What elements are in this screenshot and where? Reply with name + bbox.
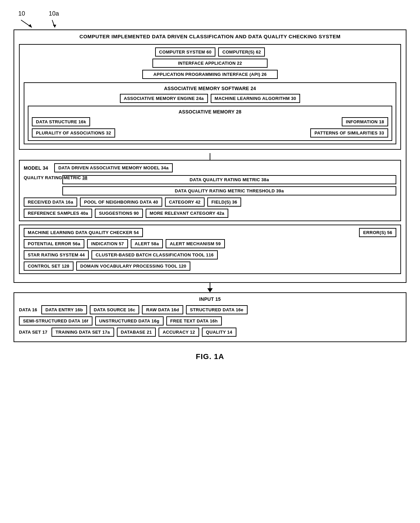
star-rating: STAR RATING SYSTEM 44 [24, 250, 89, 259]
associations-row: PLURALITY OF ASSOCIATIONS 32 PATTERNS OF… [32, 128, 388, 138]
input-box: INPUT 15 DATA 16 DATA ENTRY 16b DATA SOU… [14, 292, 406, 342]
alert-58a: ALERT 58a [131, 239, 163, 248]
model-row: MODEL 34 DATA DRIVEN ASSOCIATIVE MEMORY … [24, 163, 396, 172]
assoc-software-box: ASSOCIATIVE MEMORY SOFTWARE 24 ASSOCIATI… [24, 82, 396, 144]
reference-samples-row: REFERENCE SAMPLES 40a SUGGESTIONS 90 MOR… [24, 209, 396, 218]
received-data-row: RECEIVED DATA 16a POOL OF NEIGHBORING DA… [24, 197, 396, 207]
interface-application: INTERFACE APPLICATION 22 [152, 59, 268, 68]
assoc-memory-title: ASSOCIATIVE MEMORY 28 [32, 109, 388, 114]
arrow-10a [49, 19, 62, 29]
more-relevant-category: MORE RELEVANT CATEGORY 42a [146, 209, 228, 218]
api-row: APPLICATION PROGRAMMING INTERFACE (API) … [24, 70, 396, 79]
training-data-set: TRAINING DATA SET 17a [51, 328, 114, 337]
ml-algorithm: MACHINE LEARNING ALGORITHM 30 [211, 94, 300, 103]
computer-row: COMPUTER SYSTEM 60 COMPUTER(S) 62 [24, 47, 396, 57]
quality-threshold-39a: DATA QUALITY RATING METRIC THRESHOLD 39a [62, 186, 396, 195]
star-rating-row: STAR RATING SYSTEM 44 CLUSTER-BASED BATC… [24, 250, 396, 259]
domain-vocab: DOMAIN VOCABULARY PROCESSING TOOL 120 [76, 262, 190, 271]
free-text: FREE TEXT DATA 16h [166, 316, 222, 326]
indication-57: INDICATION 57 [87, 239, 128, 248]
assoc-engine: ASSOCIATIVE MEMORY ENGINE 24a [120, 94, 208, 103]
data-entry: DATA ENTRY 16b [41, 305, 87, 314]
model-34a: DATA DRIVEN ASSOCIATIVE MEMORY MODEL 34a [54, 163, 173, 172]
middle-section-box: MODEL 34 DATA DRIVEN ASSOCIATIVE MEMORY … [19, 160, 401, 221]
connector-2 [14, 283, 406, 292]
outer-box: COMPUTER IMPLEMENTED DATA DRIVEN CLASSIF… [14, 29, 406, 283]
alert-mechanism-59: ALERT MECHANISM 59 [166, 239, 225, 248]
fig-caption: FIG. 1A [14, 352, 406, 361]
assoc-engine-row: ASSOCIATIVE MEMORY ENGINE 24a MACHINE LE… [28, 94, 392, 103]
input-row2: SEMI-STRUCTURED DATA 16f UNSTRUCTURED DA… [19, 316, 401, 326]
quality-14: QUALITY 14 [202, 328, 236, 337]
quality-metric-38a: DATA QUALITY RATING METRIC 38a [62, 175, 396, 184]
quality-label: QUALITY RATING METRIC 38 [24, 175, 58, 181]
unstructured: UNSTRUCTURED DATA 16g [95, 316, 164, 326]
data-16: DATA 16 [19, 307, 37, 312]
data-source: DATA SOURCE 16c [90, 305, 140, 314]
control-set: CONTROL SET 128 [24, 262, 74, 271]
input-title: INPUT 15 [19, 296, 401, 302]
structured-data: STRUCTURED DATA 16e [186, 305, 248, 314]
potential-error: POTENTIAL ERROR 56a [24, 239, 84, 248]
quality-metrics: DATA QUALITY RATING METRIC 38a DATA QUAL… [62, 175, 396, 195]
connector-1 [19, 153, 401, 160]
interface-row: INTERFACE APPLICATION 22 [24, 59, 396, 68]
cluster-batch: CLUSTER-BASED BATCH CLASSIFICATION TOOL … [91, 250, 218, 259]
outer-title: COMPUTER IMPLEMENTED DATA DRIVEN CLASSIF… [19, 34, 401, 39]
information: INFORMATION 18 [342, 117, 388, 126]
reference-samples: REFERENCE SAMPLES 40a [24, 209, 92, 218]
assoc-software-title: ASSOCIATIVE MEMORY SOFTWARE 24 [28, 86, 392, 91]
raw-data: RAW DATA 16d [142, 305, 183, 314]
errors-56: ERROR(S) 56 [359, 228, 396, 237]
ml-checker-row: MACHINE LEARNING DATA QUALITY CHECKER 54… [24, 228, 396, 237]
diagram: 10 10a COMPUTER IMPLEMENTED DATA DRIVEN … [14, 10, 406, 361]
model-label: MODEL 34 [24, 165, 48, 171]
label-10: 10 [18, 10, 25, 17]
data-structure: DATA STRUCTURE 16k [32, 117, 90, 126]
data-structure-row: DATA STRUCTURE 16k INFORMATION 18 [32, 117, 388, 126]
computers: COMPUTER(S) 62 [218, 47, 265, 57]
suggestions-90: SUGGESTIONS 90 [95, 209, 143, 218]
svg-marker-1 [28, 24, 32, 27]
control-set-row: CONTROL SET 128 DOMAIN VOCABULARY PROCES… [24, 262, 396, 271]
api: APPLICATION PROGRAMMING INTERFACE (API) … [142, 70, 278, 79]
ml-quality-checker: MACHINE LEARNING DATA QUALITY CHECKER 54 [24, 228, 143, 237]
plurality-associations: PLURALITY OF ASSOCIATIONS 32 [32, 128, 115, 138]
received-data: RECEIVED DATA 16a [24, 197, 77, 207]
arrow-10 [18, 19, 39, 29]
input-row3: DATA SET 17 TRAINING DATA SET 17a DATABA… [19, 328, 401, 337]
category-42: CATEGORY 42 [165, 197, 205, 207]
assoc-memory-box: ASSOCIATIVE MEMORY 28 DATA STRUCTURE 16k… [28, 106, 392, 141]
fields-36: FIELD(S) 36 [207, 197, 241, 207]
potential-error-row: POTENTIAL ERROR 56a INDICATION 57 ALERT … [24, 239, 396, 248]
database-21: DATABASE 21 [117, 328, 156, 337]
accuracy-12: ACCURACY 12 [159, 328, 199, 337]
computer-system: COMPUTER SYSTEM 60 [155, 47, 216, 57]
data-set-17: DATA SET 17 [19, 330, 47, 335]
lower-main-section: MACHINE LEARNING DATA QUALITY CHECKER 54… [19, 225, 401, 274]
quality-row: QUALITY RATING METRIC 38 DATA QUALITY RA… [24, 175, 396, 195]
patterns-similarities: PATTERNS OF SIMILARITIES 33 [310, 128, 388, 138]
semi-structured: SEMI-STRUCTURED DATA 16f [19, 316, 92, 326]
label-10a: 10a [49, 10, 59, 17]
pool-neighboring: POOL OF NEIGHBORING DATA 40 [80, 197, 162, 207]
top-section-box: COMPUTER SYSTEM 60 COMPUTER(S) 62 INTERF… [19, 44, 401, 150]
input-row1: DATA 16 DATA ENTRY 16b DATA SOURCE 16c R… [19, 305, 401, 314]
